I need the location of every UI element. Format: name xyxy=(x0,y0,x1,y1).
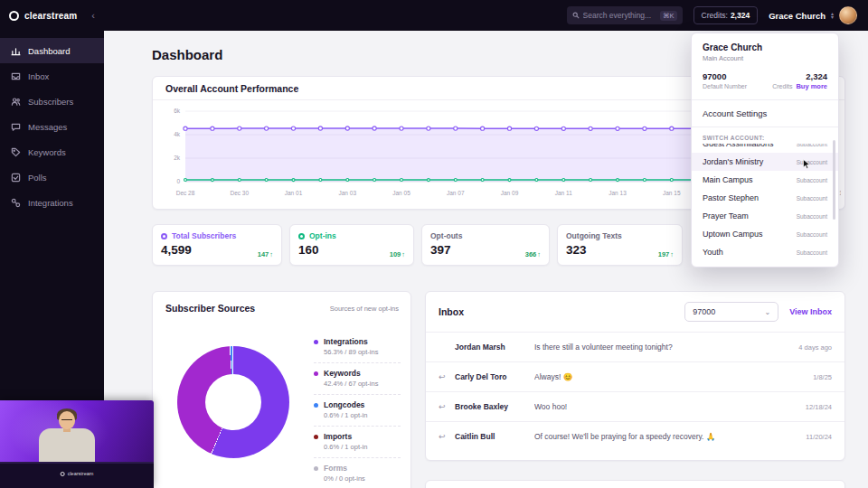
sender-name: Brooke Baxley xyxy=(455,402,534,411)
sidebar-item-polls[interactable]: Polls xyxy=(0,164,104,190)
sidebar-nav: Dashboard Inbox Subscribers Messages Key… xyxy=(0,38,104,215)
account-menu: Grace Church Main Account 97000 Default … xyxy=(691,33,839,267)
reply-arrow-icon: ↩ xyxy=(439,372,455,381)
credits-label: Credits: xyxy=(702,11,728,20)
message-text: Of course! We'll be praying for a speedy… xyxy=(534,432,806,441)
selected-number: 97000 xyxy=(693,307,715,316)
account-menu-header: Grace Church Main Account xyxy=(692,33,838,68)
svg-text:Jan 15: Jan 15 xyxy=(663,190,681,196)
account-menu-item-uptown-campus[interactable]: Uptown Campus Subaccount xyxy=(692,225,838,243)
presenter-video-overlay[interactable]: clearstream xyxy=(0,400,154,488)
account-menu-item-guest-assimilations[interactable]: Guest Assimilations Subaccount xyxy=(692,144,838,153)
credits-value: 2,324 xyxy=(731,11,750,20)
sources-legend: Integrations56.3% / 89 opt-ins Keywords4… xyxy=(314,332,401,488)
sender-name: Carly Del Toro xyxy=(455,372,534,381)
next-card-partial xyxy=(425,480,845,488)
svg-text:Jan 13: Jan 13 xyxy=(609,190,627,196)
account-menu-item-jordans-ministry[interactable]: Jordan's Ministry Subaccount xyxy=(692,153,838,171)
subscribers-icon xyxy=(11,97,21,107)
dashboard-icon xyxy=(11,46,21,56)
sidebar-item-label: Dashboard xyxy=(28,46,70,56)
stat-card-opt-ins[interactable]: Opt-ins 160 109↑ xyxy=(289,224,414,266)
inbox-title: Inbox xyxy=(439,306,464,317)
sidebar-item-label: Subscribers xyxy=(28,97,73,107)
sender-name: Caitlin Bull xyxy=(455,432,534,441)
sidebar-item-dashboard[interactable]: Dashboard xyxy=(0,38,104,63)
mouse-cursor-icon xyxy=(803,159,811,169)
svg-text:Jan 09: Jan 09 xyxy=(501,190,519,196)
stat-card-outgoing-texts[interactable]: Outgoing Texts 323 197↑ xyxy=(557,224,683,266)
stat-card-total-subscribers[interactable]: Total Subscribers 4,599 147↑ xyxy=(152,224,282,266)
up-arrow-icon: ↑ xyxy=(670,250,674,258)
sidebar-item-inbox[interactable]: Inbox xyxy=(0,63,104,89)
topbar: ⌘K Credits: 2,324 Grace Church ▴▾ xyxy=(104,0,868,31)
legend-item: Forms0% / 0 opt-ins xyxy=(314,458,401,488)
sidebar-item-messages[interactable]: Messages xyxy=(0,114,104,139)
inbox-message-row[interactable]: ↩ Brooke Baxley Woo hoo! 12/18/24 xyxy=(426,391,844,421)
podium-logo: clearstream xyxy=(61,471,94,476)
podium-logo-text: clearstream xyxy=(68,471,94,476)
svg-text:Jan 03: Jan 03 xyxy=(338,190,356,196)
sources-donut-chart xyxy=(177,346,289,458)
stat-value: 4,599 xyxy=(161,243,273,257)
sidebar-item-label: Integrations xyxy=(28,198,73,208)
sidebar-collapse-icon[interactable]: ‹ xyxy=(91,10,95,21)
inbox-number-select[interactable]: 97000 ⌄ xyxy=(684,302,778,322)
stat-delta: 366↑ xyxy=(525,250,541,258)
account-menu-item-pastor-stephen[interactable]: Pastor Stephen Subaccount xyxy=(692,189,838,207)
buy-more-link[interactable]: Buy more xyxy=(796,82,827,90)
svg-text:2k: 2k xyxy=(174,155,181,161)
presenter-glasses xyxy=(61,419,72,422)
view-inbox-link[interactable]: View Inbox xyxy=(789,307,832,316)
credits-button[interactable]: Credits: 2,324 xyxy=(693,6,759,24)
stat-label: Total Subscribers xyxy=(172,231,236,240)
inbox-message-row[interactable]: Jordan Marsh Is there still a volunteer … xyxy=(426,332,844,361)
inbox-message-row[interactable]: ↩ Carly Del Toro Always! 😊 1/8/25 xyxy=(426,361,844,391)
inbox-icon xyxy=(11,71,21,81)
sender-name: Jordan Marsh xyxy=(455,343,534,352)
sidebar-item-integrations[interactable]: Integrations xyxy=(0,190,104,215)
stat-delta: 197↑ xyxy=(658,250,674,258)
search-icon xyxy=(572,12,580,19)
stat-delta: 109↑ xyxy=(390,250,405,258)
message-date: 11/20/24 xyxy=(806,433,832,441)
stat-card-opt-outs[interactable]: Opt-outs 397 366↑ xyxy=(421,224,550,266)
legend-item: Keywords42.4% / 67 opt-ins xyxy=(314,363,401,395)
inbox-card: Inbox 97000 ⌄ View Inbox Jordan Marsh Is… xyxy=(425,291,845,461)
account-menu-item-prayer-team[interactable]: Prayer Team Subaccount xyxy=(692,207,838,225)
search-input[interactable] xyxy=(583,11,656,20)
sidebar-item-subscribers[interactable]: Subscribers xyxy=(0,89,104,114)
clearstream-logo-icon xyxy=(9,11,19,21)
legend-item: Longcodes0.6% / 1 opt-in xyxy=(314,395,401,427)
svg-text:0: 0 xyxy=(176,178,180,184)
user-avatar xyxy=(839,6,857,24)
legend-item: Imports0.6% / 1 opt-in xyxy=(314,427,401,458)
account-menu-name: Grace Church xyxy=(703,42,827,52)
inbox-message-row[interactable]: ↩ Caitlin Bull Of course! We'll be prayi… xyxy=(426,421,844,451)
stat-label: Outgoing Texts xyxy=(566,231,622,240)
account-settings-item[interactable]: Account Settings xyxy=(692,100,838,127)
menu-scrollbar[interactable] xyxy=(833,140,835,220)
sidebar-item-keywords[interactable]: Keywords xyxy=(0,139,104,164)
keywords-icon xyxy=(11,147,21,157)
legend-dot-icon xyxy=(314,403,318,408)
account-name: Grace Church xyxy=(769,11,826,21)
sidebar-item-label: Inbox xyxy=(28,71,49,81)
account-switcher-button[interactable]: Grace Church ▴▾ xyxy=(769,6,857,24)
series-ring-icon xyxy=(298,233,305,239)
sidebar-item-label: Messages xyxy=(28,122,67,132)
message-text: Woo hoo! xyxy=(534,402,806,411)
message-text: Always! 😊 xyxy=(534,372,813,381)
message-text: Is there still a volunteer meeting tonig… xyxy=(534,343,798,352)
global-search[interactable]: ⌘K xyxy=(567,6,683,24)
message-date: 4 days ago xyxy=(798,343,832,352)
presenter-podium: clearstream xyxy=(0,462,154,488)
legend-item: Integrations56.3% / 89 opt-ins xyxy=(314,332,401,363)
account-menu-item-youth[interactable]: Youth Subaccount xyxy=(692,243,838,261)
switch-account-label: SWITCH ACCOUNT: xyxy=(692,127,838,144)
message-date: 1/8/25 xyxy=(813,373,832,381)
sidebar-item-label: Keywords xyxy=(28,147,66,157)
account-menu-item-main-campus[interactable]: Main Campus Subaccount xyxy=(692,171,838,189)
message-date: 12/18/24 xyxy=(806,403,832,411)
sources-title: Subscriber Sources xyxy=(165,303,255,314)
